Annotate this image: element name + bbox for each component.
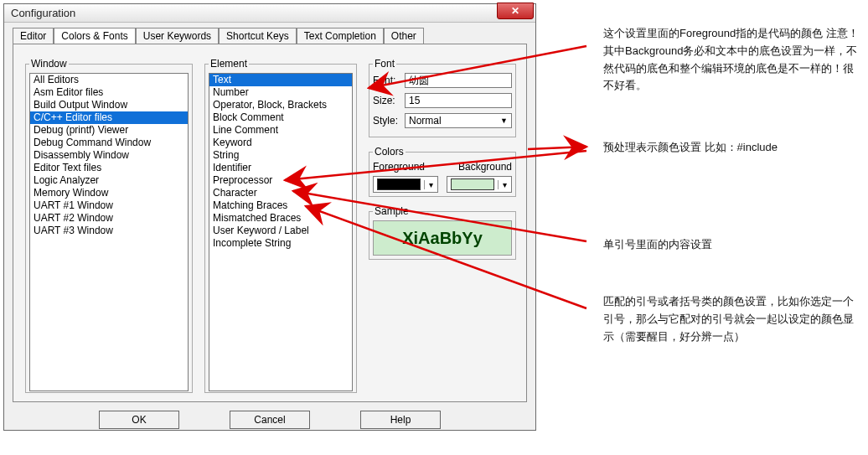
tab-editor[interactable]: Editor bbox=[13, 28, 54, 44]
list-item[interactable]: User Keyword / Label bbox=[209, 225, 352, 237]
list-item[interactable]: Matching Braces bbox=[209, 199, 352, 212]
foreground-color-box bbox=[377, 178, 421, 190]
font-label: Font: bbox=[373, 75, 405, 86]
list-item[interactable]: UART #1 Window bbox=[30, 199, 188, 212]
list-item[interactable]: Incomplete String bbox=[209, 237, 352, 250]
background-label: Background bbox=[458, 161, 512, 173]
annotation-1: 这个设置里面的Foreground指的是代码的颜色 注意！其中Backgroun… bbox=[603, 25, 860, 95]
background-swatch[interactable]: ▾ bbox=[447, 176, 512, 193]
list-item[interactable]: Character bbox=[209, 187, 352, 199]
list-item[interactable]: Line Comment bbox=[209, 124, 352, 137]
list-item[interactable]: Asm Editor files bbox=[30, 86, 188, 99]
tab-shortcut-keys[interactable]: Shortcut Keys bbox=[219, 28, 297, 44]
list-item[interactable]: Debug (printf) Viewer bbox=[30, 124, 188, 137]
close-button[interactable]: ✕ bbox=[497, 3, 534, 19]
sample-group: Sample XiAaBbYy bbox=[369, 205, 516, 260]
foreground-label: Foreground bbox=[373, 161, 425, 173]
size-value[interactable]: 15 bbox=[405, 93, 512, 108]
font-value[interactable]: 幼圆 bbox=[405, 73, 512, 88]
sample-box: XiAaBbYy bbox=[373, 220, 512, 256]
list-item[interactable]: UART #3 Window bbox=[30, 225, 188, 237]
tab-other[interactable]: Other bbox=[384, 28, 424, 44]
foreground-swatch[interactable]: ▾ bbox=[373, 176, 438, 193]
background-color-box bbox=[451, 178, 494, 190]
list-item[interactable]: Identifier bbox=[209, 162, 352, 174]
configuration-dialog: Configuration ✕ Editor Colors & Fonts Us… bbox=[3, 3, 536, 431]
colors-legend: Colors bbox=[373, 146, 406, 158]
list-item[interactable]: C/C++ Editor files bbox=[30, 111, 188, 124]
list-item[interactable]: Keyword bbox=[209, 137, 352, 149]
style-dropdown[interactable]: Normal ▼ bbox=[405, 113, 512, 128]
list-item[interactable]: Debug Command Window bbox=[30, 137, 188, 149]
list-item[interactable]: Editor Text files bbox=[30, 162, 188, 174]
list-item[interactable]: Block Comment bbox=[209, 111, 352, 124]
foreground-dropdown-icon[interactable]: ▾ bbox=[424, 180, 437, 189]
font-group: Font Font: 幼圆 Size: 15 Style: Normal ▼ bbox=[369, 58, 516, 137]
annotation-4: 匹配的引号或者括号类的颜色设置，比如你选定一个引号，那么与它配对的引号就会一起以… bbox=[603, 293, 860, 345]
font-legend: Font bbox=[373, 58, 396, 70]
list-item[interactable]: UART #2 Window bbox=[30, 212, 188, 225]
dialog-title: Configuration bbox=[11, 7, 75, 19]
close-icon: ✕ bbox=[511, 5, 519, 17]
list-item[interactable]: Mismatched Braces bbox=[209, 212, 352, 225]
list-item[interactable]: Text bbox=[209, 74, 352, 86]
tab-strip: Editor Colors & Fonts User Keywords Shor… bbox=[4, 23, 535, 44]
annotation-3: 单引号里面的内容设置 bbox=[603, 236, 860, 254]
titlebar: Configuration ✕ bbox=[4, 4, 535, 23]
size-label: Size: bbox=[373, 95, 405, 106]
background-dropdown-icon[interactable]: ▾ bbox=[498, 180, 511, 189]
svg-line-2 bbox=[528, 147, 586, 149]
colors-group: Colors Foreground Background ▾ ▾ bbox=[369, 146, 516, 197]
element-listbox[interactable]: TextNumberOperator, Block, BracketsBlock… bbox=[209, 73, 353, 391]
window-listbox[interactable]: All EditorsAsm Editor filesBuild Output … bbox=[29, 73, 189, 391]
style-value: Normal bbox=[409, 114, 442, 127]
list-item[interactable]: String bbox=[209, 149, 352, 162]
sample-legend: Sample bbox=[373, 205, 411, 217]
tab-content: Window All EditorsAsm Editor filesBuild … bbox=[13, 44, 527, 402]
list-item[interactable]: All Editors bbox=[30, 74, 188, 86]
help-button[interactable]: Help bbox=[360, 411, 441, 429]
style-label: Style: bbox=[373, 115, 405, 127]
list-item[interactable]: Disassembly Window bbox=[30, 149, 188, 162]
tab-colors-fonts[interactable]: Colors & Fonts bbox=[54, 28, 135, 44]
chevron-down-icon: ▼ bbox=[500, 114, 508, 127]
annotation-2: 预处理表示颜色设置 比如：#include bbox=[603, 139, 860, 157]
button-row: OK Cancel Help bbox=[13, 407, 527, 436]
list-item[interactable]: Number bbox=[209, 86, 352, 99]
list-item[interactable]: Build Output Window bbox=[30, 99, 188, 111]
list-item[interactable]: Logic Analyzer bbox=[30, 174, 188, 187]
list-item[interactable]: Memory Window bbox=[30, 187, 188, 199]
window-group: Window All EditorsAsm Editor filesBuild … bbox=[25, 58, 193, 393]
cancel-button[interactable]: Cancel bbox=[230, 411, 310, 429]
tab-text-completion[interactable]: Text Completion bbox=[297, 28, 384, 44]
list-item[interactable]: Operator, Block, Brackets bbox=[209, 99, 352, 111]
right-column: Font Font: 幼圆 Size: 15 Style: Normal ▼ bbox=[369, 58, 516, 393]
tab-user-keywords[interactable]: User Keywords bbox=[136, 28, 219, 44]
list-item[interactable]: Preprocessor bbox=[209, 174, 352, 187]
element-group: Element TextNumberOperator, Block, Brack… bbox=[204, 58, 357, 393]
element-legend: Element bbox=[209, 58, 249, 70]
window-legend: Window bbox=[29, 58, 69, 70]
ok-button[interactable]: OK bbox=[99, 411, 179, 429]
